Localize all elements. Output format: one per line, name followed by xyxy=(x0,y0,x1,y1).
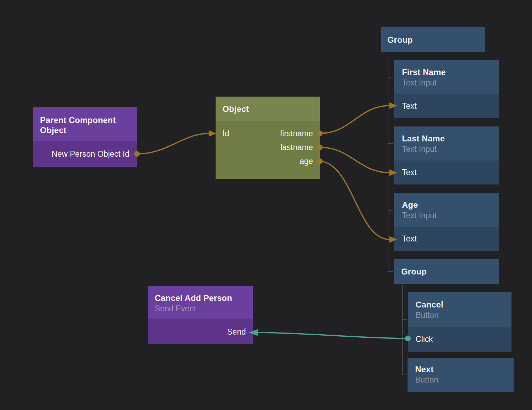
wire-click-to-send[interactable] xyxy=(258,333,408,338)
node-header[interactable]: Cancel Button xyxy=(408,292,511,327)
node-title: First Name xyxy=(402,67,499,77)
node-header[interactable]: Object xyxy=(216,97,320,121)
node-type-label: Send Event xyxy=(155,304,253,313)
node-body[interactable]: New Person Object Id xyxy=(33,141,137,167)
node-header[interactable]: First Name Text Input xyxy=(394,60,499,94)
node-group-inner[interactable]: Group xyxy=(394,259,499,284)
group-hierarchy-line-outer xyxy=(388,53,393,271)
node-header[interactable]: Age Text Input xyxy=(394,193,499,227)
wire-firstname-to-firstname-text[interactable] xyxy=(320,106,389,133)
port-firstname[interactable]: firstname xyxy=(280,129,313,138)
node-type-label: Text Input xyxy=(402,144,499,154)
node-cancel-button[interactable]: Cancel Button Click xyxy=(408,292,511,352)
node-group-outer[interactable]: Group xyxy=(381,27,485,52)
wire-newpersonid-to-object-id[interactable] xyxy=(137,133,209,154)
node-body[interactable]: Text xyxy=(394,227,499,251)
port-lastname[interactable]: lastname xyxy=(281,143,313,152)
port-row[interactable]: Id firstname xyxy=(216,126,320,140)
port-click[interactable]: Click xyxy=(416,335,433,344)
node-title: Cancel Add Person xyxy=(155,293,253,303)
wire-age-to-age-text[interactable] xyxy=(320,161,389,239)
node-type-label: Button xyxy=(416,310,511,320)
node-title: Last Name xyxy=(402,133,499,144)
node-parent-component-object[interactable]: Parent Component Object New Person Objec… xyxy=(33,107,137,167)
port-new-person-object-id[interactable]: New Person Object Id xyxy=(51,149,129,159)
node-next-button[interactable]: Next Button xyxy=(408,358,514,392)
port-send[interactable]: Send xyxy=(227,327,246,337)
node-title: Age xyxy=(402,200,499,210)
node-title: Group xyxy=(387,35,413,45)
node-body[interactable]: Text xyxy=(394,161,499,184)
group-hierarchy-line-inner xyxy=(402,285,407,375)
node-type-label: Text Input xyxy=(402,78,499,88)
wire-lastname-to-lastname-text[interactable] xyxy=(320,147,389,173)
node-title: Cancel xyxy=(416,300,511,310)
port-text[interactable]: Text xyxy=(402,101,417,111)
port-id[interactable]: Id xyxy=(223,129,229,138)
node-last-name[interactable]: Last Name Text Input Text xyxy=(394,126,499,184)
port-text[interactable]: Text xyxy=(402,234,417,244)
port-row[interactable]: lastname xyxy=(216,140,320,154)
node-body[interactable]: Click xyxy=(408,327,511,352)
port-row[interactable]: age xyxy=(216,154,320,168)
node-title: Next xyxy=(415,364,514,374)
node-first-name[interactable]: First Name Text Input Text xyxy=(394,60,499,118)
node-title: Object xyxy=(223,104,249,114)
port-age[interactable]: age xyxy=(300,157,313,166)
node-age[interactable]: Age Text Input Text xyxy=(394,193,499,251)
port-text[interactable]: Text xyxy=(402,168,417,177)
node-body[interactable]: Text xyxy=(394,94,499,118)
node-cancel-add-person[interactable]: Cancel Add Person Send Event Send xyxy=(148,286,253,344)
node-object[interactable]: Object Id firstname lastname age xyxy=(216,97,320,179)
node-header[interactable]: Cancel Add Person Send Event xyxy=(148,286,253,319)
node-body[interactable]: Id firstname lastname age xyxy=(216,121,320,179)
node-header[interactable]: Parent Component Object xyxy=(33,107,137,141)
node-type-label: Text Input xyxy=(402,211,499,220)
node-type-label: Button xyxy=(415,375,514,385)
node-title: Parent Component Object xyxy=(40,115,130,135)
node-title: Group xyxy=(401,266,427,277)
node-body[interactable]: Send xyxy=(148,319,253,344)
node-header[interactable]: Last Name Text Input xyxy=(394,126,499,161)
arrowhead-object-id xyxy=(209,130,216,137)
